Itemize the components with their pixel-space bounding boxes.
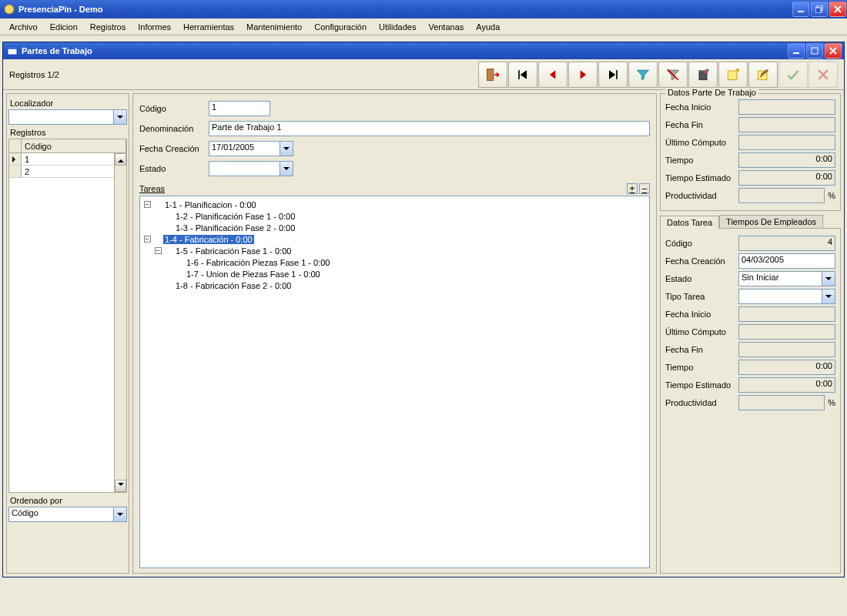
first-record-button[interactable] — [508, 62, 537, 88]
t-tipo-combo[interactable] — [738, 289, 835, 304]
collapse-icon[interactable]: − — [155, 247, 162, 254]
collapse-icon[interactable]: − — [144, 236, 151, 243]
mdi-minimize-button[interactable] — [788, 43, 805, 59]
ordered-by-combo[interactable]: Código — [8, 507, 127, 522]
center-panel: Código 1 Denominación Parte de Trabajo 1… — [132, 93, 657, 574]
menu-utilidades[interactable]: Utilidades — [373, 21, 422, 33]
restore-button[interactable] — [811, 2, 828, 17]
menu-informes[interactable]: Informes — [132, 21, 177, 33]
tree-node[interactable]: 1-6 - Fabricación Piezas Fase 1 - 0:00 — [142, 256, 648, 268]
grid-row[interactable]: 1 — [9, 153, 126, 166]
records-grid[interactable]: Código 1 2 — [8, 139, 127, 493]
tree-node-label[interactable]: 1-5 - Fabricación Fase 1 - 0:00 — [174, 246, 293, 256]
t-codigo: 4 — [738, 236, 835, 251]
tree-node[interactable]: −1-1 - Planificacion - 0:00 — [142, 199, 648, 210]
menu-archivo[interactable]: Archivo — [3, 21, 44, 33]
tree-node[interactable]: 1-8 - Fabricación Fase 2 - 0:00 — [142, 280, 648, 291]
tree-node[interactable]: 1-7 - Union de Piezas Fase 1 - 0:00 — [142, 268, 648, 280]
svg-point-0 — [5, 5, 14, 14]
edit-button[interactable] — [748, 62, 778, 88]
tree-node-label[interactable]: 1-4 - Fabricación - 0:00 — [163, 235, 254, 244]
tree-node-label[interactable]: 1-8 - Fabricación Fase 2 - 0:00 — [174, 281, 293, 290]
menu-mantenimiento[interactable]: Mantenimiento — [240, 21, 308, 33]
mdi-icon — [6, 45, 18, 57]
t-ultimo — [738, 324, 835, 340]
svg-rect-9 — [518, 70, 520, 79]
chevron-down-icon[interactable] — [280, 162, 293, 176]
chevron-down-icon[interactable] — [280, 142, 293, 156]
mdi-maximize-button[interactable] — [806, 43, 823, 59]
add-task-button[interactable]: + — [627, 183, 638, 194]
confirm-button — [778, 62, 808, 88]
t-fecha-creacion[interactable]: 04/03/2005 — [738, 253, 835, 269]
mdi-close-button[interactable] — [825, 43, 842, 59]
ordered-by-label: Ordenado por — [10, 496, 127, 505]
menu-edicion[interactable]: Edicion — [44, 21, 84, 33]
remove-task-button[interactable]: – — [639, 183, 650, 194]
estado-combo[interactable] — [209, 161, 293, 176]
group-title: Datos Parte De Trabajo — [665, 88, 758, 97]
tree-node-label[interactable]: 1-7 - Union de Piezas Fase 1 - 0:00 — [185, 270, 322, 279]
chevron-down-icon[interactable] — [113, 110, 126, 124]
menu-ayuda[interactable]: Ayuda — [470, 21, 506, 33]
scroll-down-icon[interactable] — [115, 480, 126, 492]
pt-fecha-fin-label: Fecha Fin — [665, 120, 738, 129]
tree-node-label[interactable]: 1-6 - Fabricación Piezas Fase 1 - 0:00 — [185, 258, 331, 267]
next-record-button[interactable] — [568, 62, 598, 88]
menu-configuracion[interactable]: Configuración — [308, 21, 373, 33]
tree-node-label[interactable]: 1-1 - Planificacion - 0:00 — [163, 200, 258, 209]
locator-combo[interactable] — [8, 109, 127, 125]
tasks-tree[interactable]: −1-1 - Planificacion - 0:001-2 - Planifi… — [139, 196, 650, 568]
prev-record-button[interactable] — [538, 62, 567, 88]
filter-off-button[interactable] — [658, 62, 688, 88]
chevron-down-icon[interactable] — [822, 272, 835, 286]
registros-label: Registros — [10, 128, 127, 137]
last-record-button[interactable] — [598, 62, 628, 88]
tree-node[interactable]: −1-4 - Fabricación - 0:00 — [142, 233, 648, 245]
tree-node[interactable]: −1-5 - Fabricación Fase 1 - 0:00 — [142, 245, 648, 256]
menubar: Archivo Edicion Registros Informes Herra… — [0, 18, 847, 35]
grid-header-codigo[interactable]: Código — [22, 139, 126, 152]
app-icon — [3, 3, 15, 15]
grid-scrollbar[interactable] — [114, 153, 126, 492]
tree-node-label[interactable]: 1-2 - Planificación Fase 1 - 0:00 — [174, 212, 296, 221]
svg-point-14 — [706, 69, 708, 71]
record-counter: Registros 1/2 — [9, 70, 59, 79]
codigo-input[interactable]: 1 — [209, 101, 270, 116]
grid-row[interactable]: 2 — [9, 166, 126, 178]
tree-node[interactable]: 1-2 - Planificación Fase 1 - 0:00 — [142, 210, 648, 222]
tab-tiempos-empleados[interactable]: Tiempos De Empleados — [719, 215, 823, 228]
close-button[interactable] — [829, 2, 846, 17]
menu-registros[interactable]: Registros — [84, 21, 132, 33]
locator-value[interactable] — [9, 110, 113, 124]
t-estado-combo[interactable]: Sin Iniciar — [738, 271, 835, 286]
fecha-creacion-label: Fecha Creación — [139, 144, 209, 153]
chevron-down-icon[interactable] — [822, 290, 835, 303]
fecha-creacion-combo[interactable]: 17/01/2005 — [209, 141, 293, 156]
tab-datos-tarea[interactable]: Datos Tarea — [660, 216, 719, 229]
denominacion-input[interactable]: Parte de Trabajo 1 — [209, 121, 650, 136]
tareas-label: Tareas — [139, 184, 165, 193]
datos-parte-groupbox: Datos Parte De Trabajo Fecha Inicio Fech… — [660, 93, 841, 211]
percent-label: % — [825, 398, 835, 407]
new-button[interactable] — [718, 62, 748, 88]
exit-button[interactable] — [478, 62, 507, 88]
pt-ultimo — [738, 135, 835, 150]
menu-herramientas[interactable]: Herramientas — [177, 21, 240, 33]
menu-ventanas[interactable]: Ventanas — [422, 21, 470, 33]
tree-node[interactable]: 1-3 - Planificación Fase 2 - 0:00 — [142, 222, 648, 233]
t-ultimo-label: Último Cómputo — [665, 327, 738, 336]
filter-button[interactable] — [628, 62, 658, 88]
collapse-icon[interactable]: − — [144, 201, 151, 208]
t-tiempo-est-label: Tiempo Estimado — [665, 380, 738, 390]
ordered-by-value[interactable]: Código — [9, 507, 113, 521]
scroll-up-icon[interactable] — [115, 153, 126, 166]
svg-rect-1 — [798, 11, 804, 12]
chevron-down-icon[interactable] — [113, 507, 126, 521]
pt-fecha-inicio — [738, 99, 835, 115]
delete-button[interactable] — [688, 62, 718, 88]
minimize-button[interactable] — [792, 2, 809, 17]
row-pointer-icon — [12, 156, 18, 162]
t-fecha-inicio-label: Fecha Inicio — [665, 310, 738, 319]
tree-node-label[interactable]: 1-3 - Planificación Fase 2 - 0:00 — [174, 223, 296, 233]
